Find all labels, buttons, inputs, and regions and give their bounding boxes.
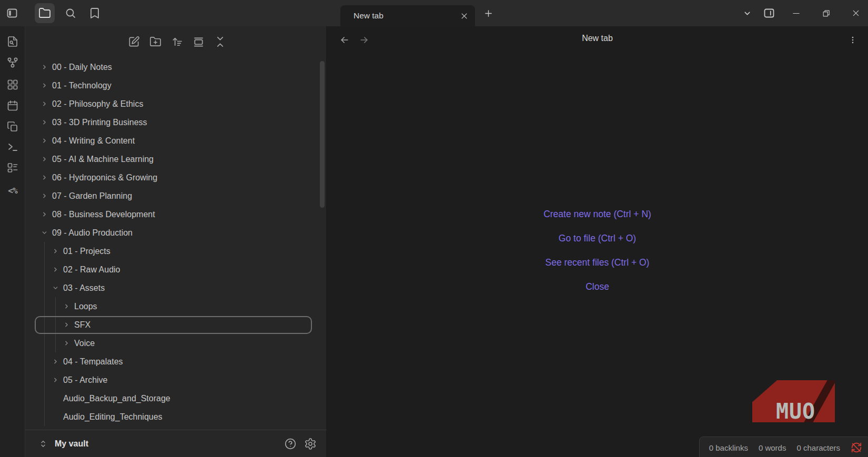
tree-item-label: 05 - AI & Machine Learning [52,155,154,164]
file-search-icon [6,35,19,48]
chevron-right-icon [40,63,48,72]
kanban-button[interactable] [6,161,19,175]
minimize-icon [792,9,801,18]
tab-close-icon[interactable] [457,9,471,23]
auto-reveal-button[interactable] [192,35,205,48]
explorer-header [127,35,226,48]
plus-icon [484,9,493,18]
chevron-right-icon [62,321,70,329]
empty-state: Create new note (Ctrl + N) Go to file (C… [327,202,868,299]
chevron-right-icon [40,118,48,127]
explorer-scrollbar[interactable] [320,61,325,208]
collapse-all-button[interactable] [214,35,226,48]
tree-item-folder[interactable]: 00 - Daily Notes [25,58,327,76]
tree-item-folder[interactable]: 07 - Garden Planning [25,187,327,205]
chevron-right-icon [40,174,48,182]
bookmark-icon [88,7,101,19]
vault-switcher-button[interactable] [38,439,48,449]
tree-item-folder[interactable]: 03 - 3D Printing Business [25,113,327,131]
tree-item-folder[interactable]: 03 - Assets [25,279,327,297]
muo-logo-text: MUO [772,401,815,422]
close-window-button[interactable] [847,4,865,22]
terminal-icon [6,141,19,154]
sort-order-button[interactable] [170,35,183,48]
main-pane: New tab Create new note (Ctrl + N) Go to… [327,26,868,457]
templater-icon: <% [8,186,17,196]
tree-item-label: 04 - Tempalates [63,357,123,367]
quick-switcher-button[interactable] [6,35,19,48]
chevron-right-icon [51,266,59,274]
go-to-file-link[interactable]: Go to file (Ctrl + O) [327,226,868,250]
toggle-left-sidebar-button[interactable] [2,3,22,23]
restore-button[interactable] [817,4,835,22]
toggle-right-sidebar-button[interactable] [760,4,778,22]
create-new-note-link[interactable]: Create new note (Ctrl + N) [327,202,868,226]
chevron-spacer [51,394,59,403]
see-recent-files-link[interactable]: See recent files (Ctrl + O) [327,250,868,275]
tree-item-folder[interactable]: 02 - Philosophy & Ethics [25,95,327,113]
tree-item-file[interactable]: Audio_Backup_and_Storage [25,389,327,408]
tree-item-folder[interactable]: 09 - Audio Production [25,224,327,242]
tree-item-label: 06 - Hydroponics & Growing [52,173,157,182]
chevron-right-icon [40,100,48,108]
tree-item-label: SFX [74,320,90,330]
close-icon [852,9,860,17]
close-link[interactable]: Close [327,275,868,299]
new-tab-button[interactable] [479,4,497,22]
character-count: 0 characters [796,443,840,452]
tree-item-label: 04 - Writing & Content [52,136,135,146]
tree-item-folder[interactable]: 08 - Business Development [25,205,327,224]
left-ribbon: <% [0,26,25,457]
tree-item-folder[interactable]: 04 - Writing & Content [25,131,327,150]
tree-item-folder[interactable]: 01 - Technology [25,76,327,95]
view-header: New tab [327,26,868,50]
bookmarks-tab-button[interactable] [85,3,105,23]
templates-button[interactable] [6,120,19,134]
tree-item-folder[interactable]: Voice [25,334,327,352]
tree-item-label: 01 - Technology [52,81,112,90]
tree-item-folder[interactable]: 06 - Hydroponics & Growing [25,168,327,187]
tree-item-label: 01 - Projects [63,247,110,256]
canvas-button[interactable] [6,78,19,92]
chevron-right-icon [51,376,59,384]
terminal-button[interactable] [6,140,19,154]
templater-button[interactable]: <% [6,184,19,197]
help-button[interactable] [284,438,297,450]
graph-view-button[interactable] [6,56,19,69]
chevron-right-icon [62,302,70,311]
tab-list-dropdown-button[interactable] [738,4,756,22]
new-note-button[interactable] [127,35,140,48]
daily-note-button[interactable] [6,99,19,113]
tree-item-folder[interactable]: 01 - Projects [25,242,327,260]
muo-logo: MUO [752,380,835,422]
titlebar: New tab [0,0,868,26]
graph-icon [6,56,19,69]
chevron-right-icon [40,210,48,219]
tree-item-label: 09 - Audio Production [52,228,133,238]
chevron-right-icon [40,155,48,164]
tree-item-label: 05 - Archive [63,375,107,385]
tree-item-label: 00 - Daily Notes [52,63,112,72]
tree-item-label: 07 - Garden Planning [52,191,132,201]
restore-icon [822,9,831,18]
vault-switcher-row: My vault [25,430,327,457]
files-tab-button[interactable] [35,3,55,23]
tree-item-folder[interactable]: 05 - Archive [25,371,327,389]
tree-item-folder[interactable]: 04 - Tempalates [25,352,327,371]
minimize-button[interactable] [787,4,805,22]
search-tab-button[interactable] [60,3,80,23]
chevron-right-icon [40,192,48,200]
tree-item-folder[interactable]: 02 - Raw Audio [25,260,327,279]
settings-button[interactable] [304,438,317,450]
sync-error-icon[interactable] [851,442,862,453]
tree-item-folder[interactable]: Loops [25,297,327,316]
more-options-button[interactable] [845,33,860,47]
tree-item-folder[interactable]: SFX [25,316,327,334]
chevron-down-icon [743,9,752,18]
file-explorer: 00 - Daily Notes01 - Technology02 - Phil… [25,26,327,457]
word-count: 0 words [759,443,786,452]
tree-item-folder[interactable]: 05 - AI & Machine Learning [25,150,327,168]
tab-new-tab[interactable]: New tab [340,5,475,26]
new-folder-button[interactable] [149,35,162,48]
tree-item-file[interactable]: Audio_Editing_Techniques [25,408,327,426]
